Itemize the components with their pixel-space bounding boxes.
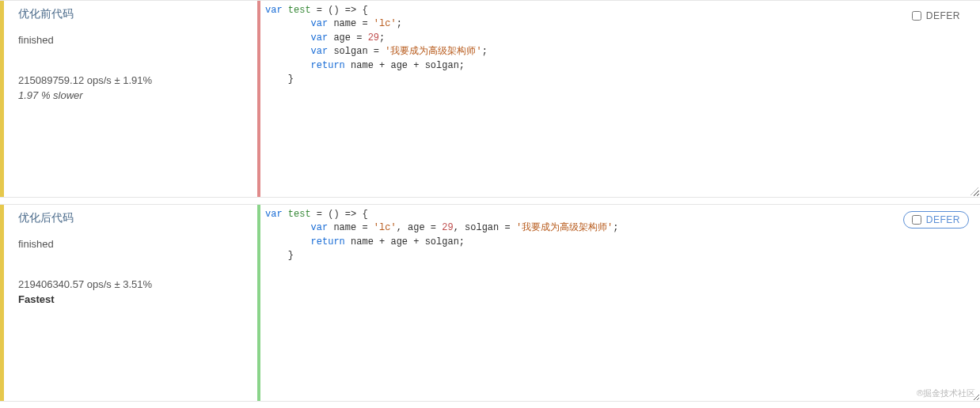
code-number: 29 [368,32,379,43]
code-keyword: var [311,18,329,29]
code-text: name = [328,222,374,233]
test-case: 优化后代码 finished 219406340.57 ops/s ± 3.51… [0,204,980,402]
test-note: 1.97 % slower [18,89,243,101]
code-string: 'lc' [374,222,397,233]
code-text: solgan = [328,46,385,57]
code-text: , solgan = [454,222,516,233]
test-note: Fastest [18,293,243,305]
code-text: = () => { [311,209,368,220]
code-text: ; [482,46,488,57]
code-editor[interactable]: var test = () => { var name = 'lc'; var … [260,1,980,197]
test-case: 优化前代码 finished 215089759.12 ops/s ± 1.91… [0,0,980,198]
code-number: 29 [442,222,453,233]
code-text: } [288,250,294,261]
test-ops: 215089759.12 ops/s ± 1.91% [18,74,243,86]
code-keyword: return [311,236,345,247]
test-status: finished [18,238,243,250]
code-panel: var test = () => { var name = 'lc'; var … [257,1,980,197]
code-identifier: test [288,5,311,16]
code-string: '我要成为高级架构师' [516,222,613,233]
info-panel: 优化前代码 finished 215089759.12 ops/s ± 1.91… [4,1,257,197]
code-text: name + age + solgan; [345,60,465,71]
code-text: name = [328,18,374,29]
info-panel: 优化后代码 finished 219406340.57 ops/s ± 3.51… [4,205,257,401]
test-title: 优化前代码 [18,7,243,21]
defer-checkbox[interactable] [912,11,921,21]
code-text: age = [328,32,367,43]
code-editor[interactable]: var test = () => { var name = 'lc', age … [260,205,980,401]
code-keyword: var [311,46,329,57]
code-panel: var test = () => { var name = 'lc', age … [257,205,980,401]
defer-label: DEFER [926,10,960,21]
code-text: , age = [397,222,443,233]
code-identifier: test [288,209,311,220]
defer-checkbox[interactable] [912,215,921,225]
test-status: finished [18,34,243,46]
code-keyword: return [311,60,345,71]
defer-label: DEFER [926,214,960,225]
code-keyword: var [311,222,329,233]
code-keyword: var [265,5,283,16]
code-text: } [288,74,294,85]
defer-toggle[interactable]: DEFER [903,7,969,25]
code-text: ; [379,32,385,43]
code-keyword: var [265,209,283,220]
defer-toggle[interactable]: DEFER [903,211,969,229]
code-text: ; [397,18,402,29]
code-string: '我要成为高级架构师' [385,46,481,57]
code-keyword: var [311,32,329,43]
test-ops: 219406340.57 ops/s ± 3.51% [18,278,243,290]
code-text: = () => { [311,5,368,16]
code-text: ; [613,222,618,233]
test-title: 优化后代码 [18,211,243,225]
code-text: name + age + solgan; [345,236,465,247]
code-string: 'lc' [374,18,397,29]
